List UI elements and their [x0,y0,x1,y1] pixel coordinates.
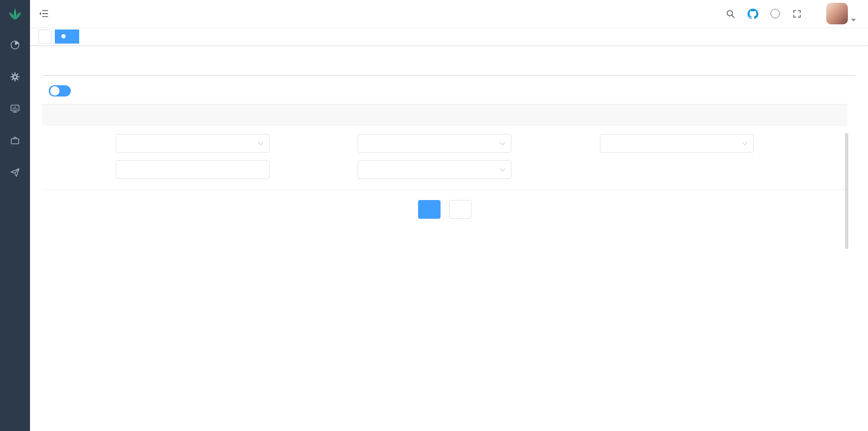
chevron-down-icon [851,19,856,22]
chevron-down-icon [742,140,747,145]
avatar[interactable] [826,3,848,24]
relation-field-select[interactable] [358,134,511,153]
sidebar-item-dashboard[interactable] [9,39,21,51]
active-dot-icon [61,34,66,38]
gear-icon [9,71,21,82]
dashboard-icon [9,39,21,51]
sidebar-item-pay[interactable] [9,199,21,210]
relation-row [42,130,847,156]
relation-table-select[interactable] [116,134,269,153]
fullscreen-icon[interactable] [792,9,802,19]
fields-table [42,104,847,190]
github-icon[interactable] [748,8,758,19]
sidebar-menu [9,39,21,210]
hamburger-icon [38,8,49,19]
java-attr-input[interactable] [116,160,269,179]
chevron-down-icon [258,140,263,145]
field-relation-switch[interactable] [49,85,71,97]
switch-knob [50,86,60,96]
tag-active-page[interactable] [55,30,79,44]
send-icon [9,167,21,178]
field-relation-toggle-row [42,85,856,97]
navbar-actions [726,3,856,24]
sidebar-item-guide[interactable] [9,167,21,178]
sidebar-item-monitor[interactable] [9,103,21,114]
back-button[interactable] [449,200,471,219]
navbar [30,0,868,27]
search-icon[interactable] [726,9,735,19]
app-logo[interactable] [0,0,30,27]
form-tabs [42,53,856,76]
help-icon[interactable] [771,9,780,18]
sidebar-item-system[interactable] [9,71,21,82]
form-footer [42,200,847,219]
submit-button[interactable] [418,200,441,219]
tags-view [30,27,868,46]
briefcase-icon [9,135,21,146]
sidebar-item-tool[interactable] [9,135,21,146]
question-mark-icon [771,9,780,18]
lotus-logo-icon [7,6,23,22]
sidebar-fold-icon[interactable] [30,0,56,27]
monitor-chart-icon [9,103,21,114]
mapping-field-select[interactable] [600,134,754,153]
chevron-down-icon [500,166,505,171]
main-content [30,46,868,219]
table-header-row [42,104,847,126]
user-avatar-dropdown[interactable] [826,3,856,24]
row-expanded-panel [42,126,847,190]
sidebar [0,0,30,431]
mapping-java-type-select[interactable] [358,160,511,179]
mapping-row [42,156,847,183]
tag-home[interactable] [38,30,52,44]
chevron-down-icon [500,140,505,145]
table-scrollbar-thumb[interactable] [845,133,848,249]
